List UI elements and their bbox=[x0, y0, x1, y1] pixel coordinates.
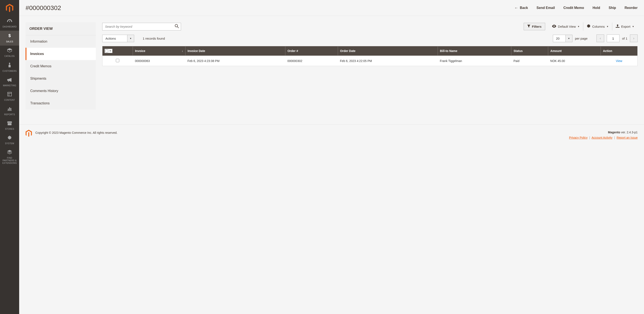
tab-comments-history[interactable]: Comments History bbox=[26, 85, 96, 97]
cell-status: Paid bbox=[511, 56, 548, 66]
tab-transactions[interactable]: Transactions bbox=[26, 97, 96, 110]
th-invoice-date[interactable]: Invoice Date bbox=[185, 46, 285, 56]
records-found: 1 records found bbox=[143, 37, 165, 40]
sort-arrow-down-icon: ↓ bbox=[182, 49, 183, 52]
version: Magento ver. 2.4.3-p1 bbox=[569, 130, 638, 135]
cell-invoice: 000000063 bbox=[133, 56, 185, 66]
footer-links: Privacy Policy | Account Activity | Repo… bbox=[569, 135, 638, 140]
grid-toolbar-bottom: Actions ▼ 1 records found 20 ▼ per page … bbox=[102, 34, 638, 42]
page-title: #000000302 bbox=[26, 4, 61, 12]
admin-sidebar: DASHBOARD $ SALES CATALOG CUSTOMERS MARK… bbox=[0, 0, 19, 146]
tab-shipments[interactable]: Shipments bbox=[26, 72, 96, 85]
svg-line-2 bbox=[178, 27, 179, 28]
th-invoice[interactable]: Invoice ↓ bbox=[133, 46, 185, 56]
sidebar-item-content[interactable]: CONTENT bbox=[0, 90, 19, 104]
row-checkbox[interactable] bbox=[116, 59, 119, 62]
funnel-icon bbox=[527, 25, 530, 28]
cell-order-num: 000000302 bbox=[285, 56, 338, 66]
upload-icon bbox=[616, 24, 620, 29]
default-view-button[interactable]: Default View ▼ bbox=[548, 22, 583, 30]
invoices-grid: Filters Default View ▼ Columns ▼ Ex bbox=[102, 22, 638, 66]
arrow-left-icon: ← bbox=[514, 6, 518, 10]
order-view-panel: ORDER VIEW Information Invoices Credit M… bbox=[26, 22, 96, 110]
megaphone-icon bbox=[7, 78, 12, 83]
store-icon bbox=[7, 121, 12, 126]
search-icon[interactable] bbox=[175, 24, 179, 29]
chevron-left-icon: ‹ bbox=[600, 36, 601, 40]
caret-down-icon: ▼ bbox=[606, 25, 609, 28]
th-order-num[interactable]: Order # bbox=[285, 46, 338, 56]
th-select-all[interactable]: ▼ bbox=[102, 46, 133, 56]
sidebar-item-catalog[interactable]: CATALOG bbox=[0, 46, 19, 60]
bar-chart-icon bbox=[8, 106, 12, 112]
invoices-table: ▼ Invoice ↓ Invoice Date Order # Order D… bbox=[102, 46, 638, 66]
ship-button[interactable]: Ship bbox=[609, 6, 616, 10]
sidebar-label: DASHBOARD bbox=[2, 26, 16, 28]
eye-icon bbox=[552, 24, 556, 29]
sidebar-item-dashboard[interactable]: DASHBOARD bbox=[0, 16, 19, 31]
table-row[interactable]: 000000063 Feb 6, 2023 4:23:38 PM 0000003… bbox=[102, 56, 638, 66]
sidebar-label: CONTENT bbox=[4, 99, 15, 102]
page-input[interactable] bbox=[607, 34, 620, 42]
dollar-icon: $ bbox=[8, 33, 11, 39]
account-activity-link[interactable]: Account Activity bbox=[592, 136, 612, 139]
sidebar-label: CATALOG bbox=[4, 55, 15, 58]
sidebar-item-stores[interactable]: STORES bbox=[0, 118, 19, 133]
view-link[interactable]: View bbox=[616, 59, 622, 63]
cell-bill-to: Frank Tiggelman bbox=[438, 56, 511, 66]
sidebar-item-reports[interactable]: REPORTS bbox=[0, 104, 19, 118]
th-action: Action bbox=[601, 46, 638, 56]
reorder-button[interactable]: Reorder bbox=[624, 6, 638, 10]
magento-logo-footer bbox=[26, 130, 32, 138]
export-button[interactable]: Export ▼ bbox=[612, 22, 638, 30]
sidebar-item-marketing[interactable]: MARKETING bbox=[0, 75, 19, 90]
per-page-label: per page bbox=[575, 37, 588, 40]
sidebar-label: CUSTOMERS bbox=[2, 70, 16, 72]
sidebar-label: STORES bbox=[5, 128, 14, 130]
dashboard-icon bbox=[7, 19, 12, 24]
th-order-date[interactable]: Order Date bbox=[338, 46, 438, 56]
mass-actions-select[interactable]: Actions ▼ bbox=[102, 35, 134, 42]
cell-order-date: Feb 6, 2023 4:22:05 PM bbox=[338, 56, 438, 66]
layout-icon bbox=[8, 92, 12, 98]
sidebar-label: SYSTEM bbox=[5, 142, 14, 145]
page-of-label: of 1 bbox=[622, 37, 628, 40]
columns-button[interactable]: Columns ▼ bbox=[583, 22, 612, 31]
next-page-button[interactable]: › bbox=[630, 34, 638, 42]
credit-memo-button[interactable]: Credit Memo bbox=[564, 6, 584, 10]
tab-information[interactable]: Information bbox=[26, 35, 96, 48]
prev-page-button[interactable]: ‹ bbox=[596, 34, 604, 42]
caret-down-icon[interactable]: ▼ bbox=[108, 50, 112, 52]
order-view-tabs: Information Invoices Credit Memos Shipme… bbox=[26, 35, 96, 110]
sidebar-item-sales[interactable]: $ SALES bbox=[0, 31, 19, 46]
copyright: Copyright © 2023 Magento Commerce Inc. A… bbox=[35, 130, 117, 134]
send-email-button[interactable]: Send Email bbox=[536, 6, 555, 10]
back-button[interactable]: ← Back bbox=[514, 6, 528, 10]
caret-down-icon[interactable]: ▼ bbox=[566, 35, 572, 42]
sidebar-label: MARKETING bbox=[3, 84, 16, 87]
th-bill-to[interactable]: Bill-to Name bbox=[438, 46, 511, 56]
filters-button[interactable]: Filters bbox=[524, 23, 545, 30]
search-input[interactable] bbox=[102, 23, 181, 30]
privacy-link[interactable]: Privacy Policy bbox=[569, 136, 588, 139]
header-actions: ← Back Send Email Credit Memo Hold Ship … bbox=[514, 6, 638, 10]
per-page-select[interactable]: 20 ▼ bbox=[553, 35, 572, 42]
gear-icon bbox=[587, 24, 590, 29]
sidebar-item-system[interactable]: SYSTEM bbox=[0, 133, 19, 146]
sidebar-item-customers[interactable]: CUSTOMERS bbox=[0, 60, 19, 75]
svg-point-1 bbox=[175, 24, 178, 27]
select-all-checkbox[interactable] bbox=[105, 50, 108, 52]
page-header: #000000302 ← Back Send Email Credit Memo… bbox=[19, 0, 644, 16]
tab-invoices[interactable]: Invoices bbox=[26, 48, 96, 60]
caret-down-icon[interactable]: ▼ bbox=[127, 35, 134, 42]
report-issue-link[interactable]: Report an Issue bbox=[616, 136, 638, 139]
magento-logo[interactable] bbox=[0, 0, 19, 16]
caret-down-icon: ▼ bbox=[632, 25, 634, 28]
hold-button[interactable]: Hold bbox=[592, 6, 600, 10]
tab-credit-memos[interactable]: Credit Memos bbox=[26, 60, 96, 72]
th-status[interactable]: Status bbox=[511, 46, 548, 56]
box-icon bbox=[7, 48, 12, 54]
th-amount[interactable]: Amount bbox=[548, 46, 601, 56]
cell-invoice-date: Feb 6, 2023 4:23:38 PM bbox=[185, 56, 285, 66]
person-icon bbox=[8, 63, 11, 68]
